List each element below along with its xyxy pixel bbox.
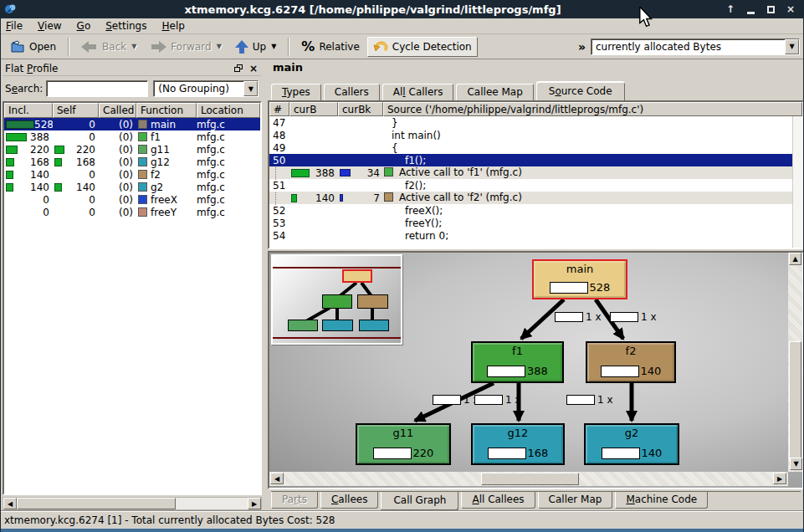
source-line[interactable]: 52freeX(); <box>269 204 802 217</box>
back-dropdown-icon[interactable]: ▼ <box>131 43 136 50</box>
column-header-curB[interactable]: curB <box>289 102 338 116</box>
scroll-left-icon[interactable]: ◀ <box>3 498 17 509</box>
tab-callees[interactable]: Callees <box>320 492 378 509</box>
source-line[interactable]: 47} <box>269 116 802 129</box>
column-header-function[interactable]: Function <box>136 103 197 118</box>
relative-toggle-button[interactable]: % Relative <box>295 35 365 58</box>
table-row-main[interactable]: 528 0 (0) main mfg.c <box>4 118 260 130</box>
cycle-detection-button[interactable]: Cycle Detection <box>367 37 478 57</box>
up-button[interactable]: Up▼ <box>229 37 283 57</box>
source-line[interactable]: 53freeY(); <box>269 217 802 229</box>
vertical-scrollbar-track[interactable] <box>792 116 802 248</box>
source-line-selected[interactable]: 50f1(); <box>269 154 802 166</box>
back-button[interactable]: Back▼ <box>75 38 142 56</box>
table-row-freeY[interactable]: 0 0 (0) freeY mfg.c <box>4 206 260 218</box>
tab-caller-map[interactable]: Caller Map <box>538 492 613 509</box>
menu-view[interactable]: View <box>38 20 61 32</box>
graph-node-g11[interactable]: g11 220 <box>356 423 451 465</box>
call-graph-view[interactable]: main 528 f1 388 f2 140 g11 220 g12 168 g… <box>268 251 804 489</box>
scrollbar-thumb[interactable] <box>789 341 801 463</box>
menu-go[interactable]: Go <box>77 20 91 32</box>
table-row-f2[interactable]: 140 0 (0) f2 mfg.c <box>4 168 260 181</box>
tab-call-graph[interactable]: Call Graph <box>381 492 458 510</box>
float-panel-icon[interactable] <box>234 64 243 72</box>
column-header-location[interactable]: Location <box>197 103 260 118</box>
source-line[interactable]: 54return 0; <box>269 229 802 242</box>
open-button[interactable]: Open <box>4 37 62 57</box>
tab-callee-map[interactable]: Callee Map <box>456 84 533 100</box>
graph-node-main[interactable]: main 528 <box>532 259 627 299</box>
up-dropdown-icon[interactable]: ▼ <box>271 43 276 50</box>
menu-help[interactable]: Help <box>161 20 184 32</box>
graph-node-g12[interactable]: g12 168 <box>471 423 565 465</box>
graph-node-f1[interactable]: f1 388 <box>471 341 564 383</box>
horizontal-scrollbar[interactable]: ◀ ▶ <box>3 497 262 510</box>
table-row-g2[interactable]: 140 140 (0) g2 mfg.c <box>4 181 260 193</box>
column-header-source[interactable]: Source ('/home/philippe/valgrind/littlep… <box>383 102 802 116</box>
count-bar <box>340 169 351 176</box>
titlebar[interactable]: xtmemory.kcg.6274 [/home/philippe/valgri… <box>1 0 803 18</box>
menu-bar: File View Go Settings Help <box>1 18 803 34</box>
column-header-incl[interactable]: Incl. <box>4 103 53 118</box>
status-bar: xtmemory.kcg.6274 [1] - Total currently … <box>1 510 803 529</box>
close-panel-icon[interactable]: × <box>249 63 258 74</box>
column-header-self[interactable]: Self <box>53 103 99 118</box>
column-header-called[interactable]: Called <box>99 103 136 118</box>
scrollbar-thumb[interactable] <box>481 473 579 485</box>
table-row-g12[interactable]: 168 168 (0) g12 mfg.c <box>4 156 260 168</box>
dock-header[interactable]: Flat Profile × <box>3 61 261 76</box>
graph-node-f2[interactable]: f2 140 <box>586 341 676 383</box>
column-header-curBk[interactable]: curBk <box>338 102 383 116</box>
source-line[interactable]: 48int main() <box>269 129 802 141</box>
toolbar-overflow-chevron[interactable]: » <box>578 40 586 54</box>
source-line[interactable]: 49{ <box>269 141 802 154</box>
graph-overview-minimap[interactable] <box>271 254 402 345</box>
forward-dropdown-icon[interactable]: ▼ <box>217 43 222 50</box>
table-row-g11[interactable]: 220 220 (0) g11 mfg.c <box>4 143 260 156</box>
minimize-icon[interactable] <box>745 3 756 15</box>
cost-bar <box>6 171 13 179</box>
maximize-icon[interactable] <box>765 3 776 15</box>
graph-node-g2[interactable]: g2 140 <box>584 423 679 465</box>
source-line[interactable]: 51f2(); <box>269 179 802 192</box>
grouping-combobox[interactable]: (No Grouping) ▼ <box>153 80 259 97</box>
tab-machine-code[interactable]: Machine Code <box>615 492 708 509</box>
table-row-f1[interactable]: 388 0 (0) f1 mfg.c <box>4 130 260 143</box>
cost-progress-bar <box>373 448 412 459</box>
scroll-up-icon[interactable]: ▲ <box>789 253 801 265</box>
table-row-freeX[interactable]: 0 0 (0) freeX mfg.c <box>4 193 260 206</box>
back-icon <box>81 41 98 53</box>
source-call-line[interactable]: 140 7 Active call to 'f2' (mfg.c) <box>269 192 802 204</box>
combobox-arrow-icon[interactable]: ▼ <box>785 39 799 54</box>
tab-types[interactable]: Types <box>271 84 321 100</box>
tab-callers[interactable]: Callers <box>324 84 380 100</box>
tab-all-callers[interactable]: All Callers <box>382 84 454 100</box>
scrollbar-thumb[interactable] <box>17 498 176 509</box>
overview-node-g12 <box>322 320 353 331</box>
cost-bar <box>6 158 14 166</box>
menu-file[interactable]: File <box>6 20 23 32</box>
tab-parts[interactable]: Parts <box>271 492 318 509</box>
source-call-line[interactable]: 388 34 Active call to 'f1' (mfg.c) <box>269 166 802 179</box>
search-input[interactable] <box>46 80 148 97</box>
dock-title: Flat Profile <box>3 63 234 74</box>
combobox-arrow-icon[interactable]: ▼ <box>243 81 258 96</box>
tab-all-callees[interactable]: All Callees <box>461 492 535 509</box>
shade-icon[interactable]: ↑ <box>725 3 736 15</box>
horizontal-scrollbar[interactable]: ◀ ▶ <box>269 472 788 486</box>
forward-button[interactable]: Forward▼ <box>144 38 227 56</box>
menu-settings[interactable]: Settings <box>105 20 146 32</box>
vertical-scrollbar[interactable]: ▲ ▼ <box>788 253 802 472</box>
column-header-line[interactable]: # <box>269 102 289 116</box>
tab-source-code[interactable]: Source Code <box>536 82 625 101</box>
close-icon[interactable]: × <box>785 3 796 15</box>
event-type-combobox[interactable]: currently allocated Bytes ▼ <box>591 38 800 55</box>
scroll-right-icon[interactable]: ▶ <box>248 498 261 509</box>
scroll-right-icon[interactable]: ▶ <box>773 473 786 484</box>
percent-icon: % <box>301 38 315 54</box>
selected-function-title: main <box>273 61 303 74</box>
scroll-left-icon[interactable]: ◀ <box>270 473 284 484</box>
function-color-icon <box>138 170 147 179</box>
scroll-down-icon[interactable]: ▼ <box>790 458 802 470</box>
function-color-icon <box>138 182 147 192</box>
